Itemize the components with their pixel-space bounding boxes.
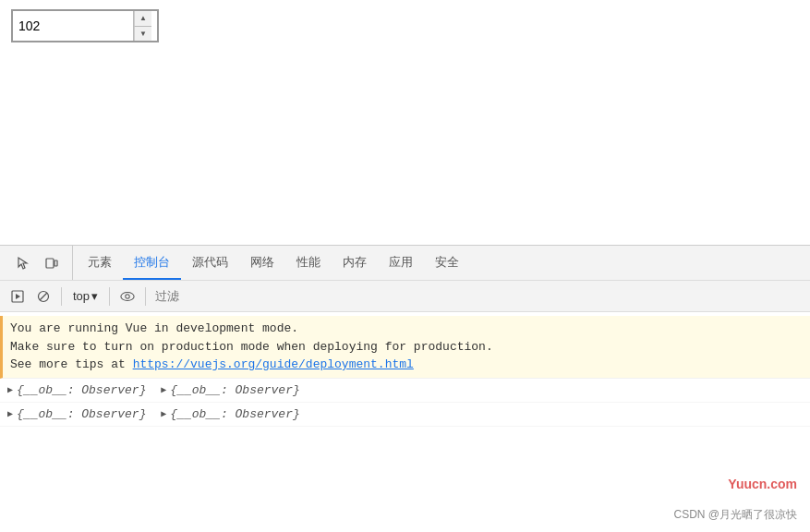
filter-input[interactable] [155, 289, 266, 303]
device-toolbar-button[interactable] [39, 250, 65, 276]
tab-memory[interactable]: 内存 [332, 246, 378, 280]
svg-rect-1 [54, 260, 57, 266]
vue-warning-line3: See more tips at https://vuejs.org/guide… [10, 356, 803, 374]
console-separator-2 [109, 287, 110, 306]
number-input[interactable] [13, 11, 133, 41]
context-dropdown[interactable]: top ▾ [67, 287, 103, 305]
object-text-1a: {__ob__: Observer} [17, 383, 146, 397]
object-separator-1 [150, 383, 157, 397]
tab-network[interactable]: 网络 [239, 246, 285, 280]
tab-sources[interactable]: 源代码 [181, 246, 239, 280]
tab-elements[interactable]: 元素 [77, 246, 123, 280]
expand-triangle-1: ▶ [7, 384, 13, 395]
tab-application[interactable]: 应用 [378, 246, 424, 280]
devtools-toolbar-icons [4, 246, 73, 280]
object-text-1b: {__ob__: Observer} [170, 383, 299, 397]
console-object-row-2[interactable]: ▶ {__ob__: Observer} ▶ {__ob__: Observer… [0, 403, 810, 427]
devtools-tab-bar: 元素 控制台 源代码 网络 性能 内存 应用 安全 [0, 246, 810, 281]
number-input-wrapper[interactable]: ▲ ▼ [11, 9, 159, 42]
run-script-button[interactable] [6, 284, 30, 308]
tab-security[interactable]: 安全 [424, 246, 470, 280]
inspect-element-button[interactable] [11, 250, 37, 276]
vue-warning-line1: You are running Vue in development mode. [10, 320, 803, 338]
live-expressions-button[interactable] [115, 284, 139, 308]
svg-point-7 [126, 294, 129, 297]
expand-triangle-1b: ▶ [161, 384, 166, 395]
console-object-row-1[interactable]: ▶ {__ob__: Observer} ▶ {__ob__: Observer… [0, 379, 810, 403]
console-toolbar: top ▾ [0, 281, 810, 312]
expand-triangle-2b: ▶ [161, 408, 166, 419]
context-label: top [73, 289, 90, 303]
svg-rect-0 [46, 259, 54, 268]
devtools-tab-list: 元素 控制台 源代码 网络 性能 内存 应用 安全 [73, 246, 474, 280]
vue-warning-line2: Make sure to turn on production mode whe… [10, 338, 803, 357]
tab-performance[interactable]: 性能 [285, 246, 332, 280]
devtools-panel: 元素 控制台 源代码 网络 性能 内存 应用 安全 [0, 245, 810, 532]
object-text-2a: {__ob__: Observer} [17, 407, 146, 421]
console-separator-3 [145, 287, 146, 306]
console-content: You are running Vue in development mode.… [0, 312, 810, 532]
vue-deployment-link[interactable]: https://vuejs.org/guide/deployment.html [133, 357, 414, 371]
clear-console-button[interactable] [31, 284, 55, 308]
spinner-up-button[interactable]: ▲ [134, 11, 151, 27]
spinner-down-button[interactable]: ▼ [134, 27, 151, 42]
dropdown-arrow-icon: ▾ [91, 289, 98, 303]
svg-marker-3 [16, 294, 20, 299]
console-separator-1 [61, 287, 62, 306]
svg-point-6 [121, 292, 134, 300]
object-separator-2 [150, 407, 157, 421]
tab-console[interactable]: 控制台 [123, 246, 181, 280]
top-area: ▲ ▼ [0, 0, 810, 245]
vue-warning-message: You are running Vue in development mode.… [0, 316, 810, 379]
svg-line-5 [40, 293, 47, 300]
object-text-2b: {__ob__: Observer} [170, 407, 299, 421]
expand-triangle-2: ▶ [7, 408, 13, 419]
spinner-buttons: ▲ ▼ [133, 11, 151, 41]
